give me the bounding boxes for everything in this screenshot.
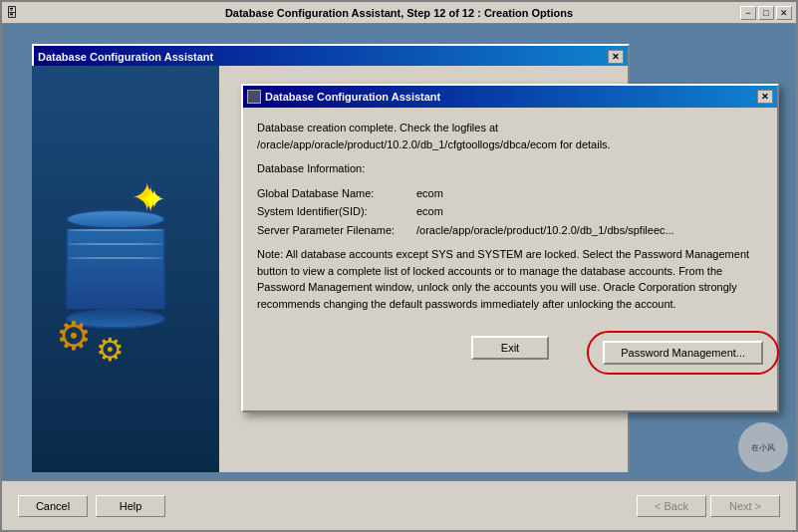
window-controls: − □ ✕ xyxy=(740,6,792,20)
database-illustration: ✦ ✦ ⚙ ⚙ xyxy=(46,169,205,369)
outer-window-title: Database Configuration Assistant, Step 1… xyxy=(225,7,573,19)
maximize-button[interactable]: □ xyxy=(758,6,774,20)
field-value-1: ecom xyxy=(416,185,763,202)
gear-icon-1: ⚙ xyxy=(56,313,92,359)
modal-dialog: Database Configuration Assistant ✕ Datab… xyxy=(241,84,779,412)
field-label-2: System Identifier(SID): xyxy=(257,203,416,220)
modal-titlebar: Database Configuration Assistant ✕ xyxy=(243,86,777,108)
db-info-heading: Database Information: xyxy=(257,160,763,177)
modal-title-icon xyxy=(247,90,261,104)
background-dialog-titlebar: Database Configuration Assistant ✕ xyxy=(34,46,628,68)
help-button[interactable]: Help xyxy=(96,495,165,517)
db-info-grid: Global Database Name: ecom System Identi… xyxy=(257,185,763,239)
field-label-1: Global Database Name: xyxy=(257,185,416,202)
cylinder-top xyxy=(66,209,165,229)
bottom-right-buttons: < Back Next > xyxy=(637,495,780,517)
exit-button[interactable]: Exit xyxy=(471,336,549,360)
cylinder-line xyxy=(68,243,163,245)
bg-dialog-title: Database Configuration Assistant xyxy=(38,51,213,63)
database-icon xyxy=(66,209,165,329)
password-btn-area: Password Management... xyxy=(603,341,763,365)
bottom-bar: Cancel Help < Back Next > xyxy=(2,480,796,530)
bottom-left-buttons: Cancel Help xyxy=(18,495,165,517)
note-text: Note: All database accounts except SYS a… xyxy=(257,246,763,312)
minimize-button[interactable]: − xyxy=(740,6,756,20)
gear-icon-2: ⚙ xyxy=(96,331,125,369)
outer-titlebar: 🗄 Database Configuration Assistant, Step… xyxy=(2,2,796,24)
modal-body: Database creation complete. Check the lo… xyxy=(243,108,777,324)
next-button[interactable]: Next > xyxy=(710,495,780,517)
outer-window: 🗄 Database Configuration Assistant, Step… xyxy=(0,0,798,532)
field-value-2: ecom xyxy=(416,203,763,220)
field-value-3: /oracle/app/oracle/product/10.2.0/db_1/d… xyxy=(416,222,763,239)
bg-dialog-close[interactable]: ✕ xyxy=(608,50,624,64)
watermark: 在小风 xyxy=(738,422,788,472)
modal-body-text: Database creation complete. Check the lo… xyxy=(257,120,763,152)
back-button[interactable]: < Back xyxy=(637,495,706,517)
cylinder-body xyxy=(66,229,165,309)
main-content-area: Database Configuration Assistant ✕ ✦ ✦ xyxy=(2,24,796,530)
cylinder-line xyxy=(68,229,163,231)
modal-close-button[interactable]: ✕ xyxy=(757,90,773,104)
cancel-button[interactable]: Cancel xyxy=(18,495,88,517)
field-label-3: Server Parameter Filename: xyxy=(257,222,416,239)
cylinder-lines xyxy=(68,229,163,289)
cylinder-line xyxy=(68,257,163,259)
watermark-text: 在小风 xyxy=(751,442,775,453)
outer-title-icon: 🗄 xyxy=(6,6,18,20)
image-panel: ✦ ✦ ⚙ ⚙ xyxy=(32,66,219,472)
modal-title-text: Database Configuration Assistant xyxy=(265,91,440,103)
close-button[interactable]: ✕ xyxy=(776,6,792,20)
password-management-button[interactable]: Password Management... xyxy=(603,341,763,365)
